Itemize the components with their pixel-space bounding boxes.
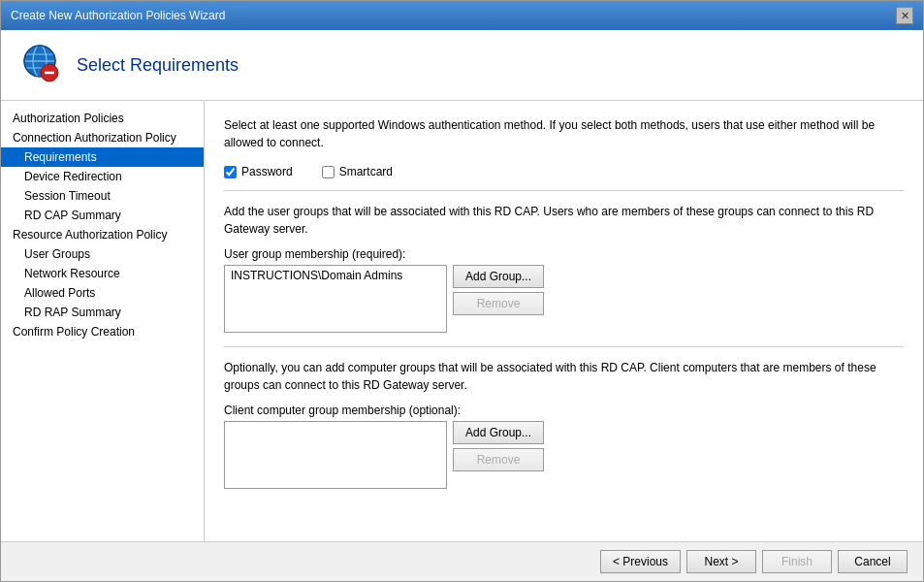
next-button[interactable]: Next > bbox=[686, 550, 756, 573]
previous-button[interactable]: < Previous bbox=[600, 550, 681, 573]
window-body: Select Requirements Authorization Polici… bbox=[1, 30, 923, 581]
add-computer-group-button[interactable]: Add Group... bbox=[453, 421, 544, 444]
sidebar-item-requirements[interactable]: Requirements bbox=[1, 147, 204, 167]
computer-group-buttons: Add Group... Remove bbox=[453, 421, 544, 489]
user-group-list-item[interactable]: INSTRUCTIONS\Domain Admins bbox=[229, 268, 442, 283]
title-bar-left: Create New Authorization Policies Wizard bbox=[11, 9, 225, 22]
sidebar-item-network-resource[interactable]: Network Resource bbox=[1, 264, 204, 283]
top-description: Select at least one supported Windows au… bbox=[224, 116, 904, 151]
sidebar-item-session-timeout[interactable]: Session Timeout bbox=[1, 186, 204, 206]
password-checkbox[interactable] bbox=[224, 166, 237, 178]
sidebar-item-connection-authorization-policy[interactable]: Connection Authorization Policy bbox=[1, 128, 204, 147]
password-label: Password bbox=[241, 165, 293, 178]
sidebar-item-confirm-policy-creation[interactable]: Confirm Policy Creation bbox=[1, 322, 204, 341]
user-group-description: Add the user groups that will be associa… bbox=[224, 203, 904, 238]
content-area: Select at least one supported Windows au… bbox=[205, 101, 923, 541]
auth-method-row: Password Smartcard bbox=[224, 165, 904, 178]
add-user-group-button[interactable]: Add Group... bbox=[453, 265, 544, 288]
sidebar-item-authorization-policies[interactable]: Authorization Policies bbox=[1, 109, 204, 128]
close-button[interactable]: ✕ bbox=[896, 7, 913, 24]
user-group-row: INSTRUCTIONS\Domain Admins Add Group... … bbox=[224, 265, 904, 333]
window-title: Create New Authorization Policies Wizard bbox=[11, 9, 225, 22]
sidebar-item-rd-rap-summary[interactable]: RD RAP Summary bbox=[1, 303, 204, 322]
computer-group-listbox[interactable] bbox=[224, 421, 447, 489]
divider-2 bbox=[224, 346, 904, 347]
password-checkbox-label[interactable]: Password bbox=[224, 165, 293, 178]
computer-group-row: Add Group... Remove bbox=[224, 421, 904, 489]
divider-1 bbox=[224, 190, 904, 191]
cancel-button[interactable]: Cancel bbox=[838, 550, 908, 573]
sidebar-item-resource-authorization-policy[interactable]: Resource Authorization Policy bbox=[1, 225, 204, 244]
finish-button[interactable]: Finish bbox=[762, 550, 832, 573]
user-group-listbox[interactable]: INSTRUCTIONS\Domain Admins bbox=[224, 265, 447, 333]
sidebar-item-rd-cap-summary[interactable]: RD CAP Summary bbox=[1, 206, 204, 225]
smartcard-label: Smartcard bbox=[339, 165, 393, 178]
main-content: Authorization PoliciesConnection Authori… bbox=[1, 101, 923, 541]
user-group-membership-label: User group membership (required): bbox=[224, 247, 904, 261]
sidebar: Authorization PoliciesConnection Authori… bbox=[1, 101, 205, 541]
sidebar-item-device-redirection[interactable]: Device Redirection bbox=[1, 167, 204, 186]
smartcard-checkbox[interactable] bbox=[322, 166, 335, 178]
page-title: Select Requirements bbox=[77, 55, 239, 76]
computer-group-description: Optionally, you can add computer groups … bbox=[224, 359, 904, 394]
wizard-icon bbox=[16, 42, 63, 88]
user-group-buttons: Add Group... Remove bbox=[453, 265, 544, 333]
remove-user-group-button[interactable]: Remove bbox=[453, 292, 544, 315]
computer-group-membership-label: Client computer group membership (option… bbox=[224, 404, 904, 417]
title-bar: Create New Authorization Policies Wizard… bbox=[1, 1, 923, 30]
main-window: Create New Authorization Policies Wizard… bbox=[0, 0, 924, 582]
remove-computer-group-button[interactable]: Remove bbox=[453, 448, 544, 471]
header-area: Select Requirements bbox=[1, 30, 923, 101]
sidebar-item-user-groups[interactable]: User Groups bbox=[1, 244, 204, 264]
smartcard-checkbox-label[interactable]: Smartcard bbox=[322, 165, 393, 178]
footer: < Previous Next > Finish Cancel bbox=[1, 541, 923, 581]
sidebar-item-allowed-ports[interactable]: Allowed Ports bbox=[1, 283, 204, 303]
